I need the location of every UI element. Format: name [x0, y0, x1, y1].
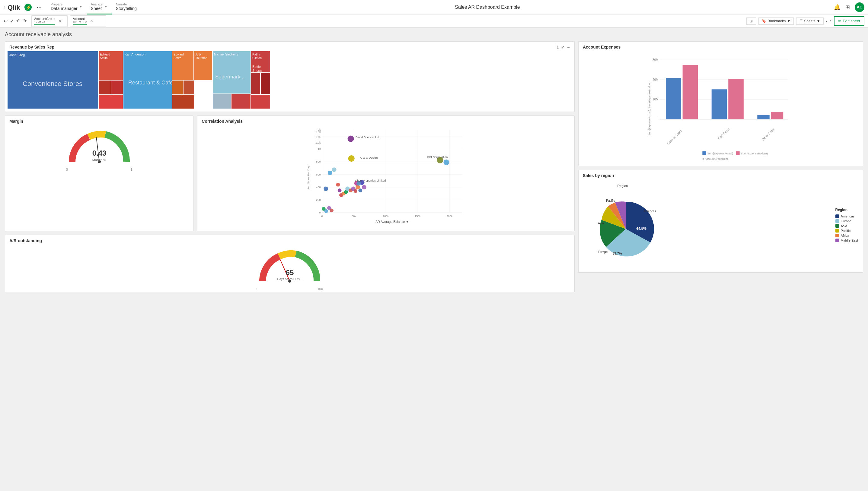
- expenses-panel: Account Expenses Sum(ExpenseActual), Sum…: [578, 41, 863, 166]
- treemap-cell-red2[interactable]: [231, 94, 251, 109]
- legend-item-europe: Europe: [835, 219, 858, 223]
- account-group-filter-sub: 17 of 23: [34, 21, 55, 24]
- sales-region-panel-header: Sales by region: [579, 170, 863, 180]
- revenue-info-icon[interactable]: ℹ: [557, 45, 559, 50]
- sheets-label: Sheets: [804, 19, 815, 23]
- treemap-cell-kathy4[interactable]: [251, 95, 270, 109]
- svg-text:RFI Corporation: RFI Corporation: [427, 155, 448, 158]
- svg-text:Avg Sales Per Day: Avg Sales Per Day: [307, 166, 310, 190]
- svg-text:1.2k: 1.2k: [315, 141, 321, 144]
- svg-text:⚡: ⚡: [26, 5, 32, 10]
- narrate-label: Narrate: [116, 2, 137, 6]
- svg-text:Pacific: Pacific: [606, 199, 615, 202]
- notifications-icon[interactable]: 🔔: [834, 4, 841, 10]
- svg-rect-99: [702, 151, 706, 155]
- ar-max-label: 100: [317, 287, 323, 291]
- svg-text:General Costs: General Costs: [666, 129, 682, 145]
- svg-text:0.43: 0.43: [92, 149, 106, 157]
- undo-icon[interactable]: ↩: [4, 18, 7, 24]
- svg-rect-101: [736, 151, 740, 155]
- treemap-cell-edward4[interactable]: [99, 95, 123, 109]
- svg-text:Kathy: Kathy: [252, 53, 260, 56]
- treemap-cell-edward2[interactable]: [99, 81, 111, 94]
- legend-item-middle-east: Middle East: [835, 238, 858, 242]
- legend-label-europe: Europe: [841, 219, 851, 223]
- legend-dot-europe: [835, 219, 839, 223]
- filter-bar: ↩ ⤢ ↶ ↷ AccountGroup 17 of 23 ✕ Account …: [0, 15, 868, 28]
- svg-text:Restaurant & Cafes: Restaurant & Cafes: [128, 80, 176, 86]
- ar-gauge-labels: 0 100: [256, 287, 323, 291]
- margin-title: Margin: [9, 119, 189, 124]
- grid-view-button[interactable]: ⊞: [746, 18, 756, 25]
- correlation-panel-header: Correlation Analysis: [197, 116, 575, 125]
- margin-panel-header: Margin: [5, 116, 193, 125]
- svg-point-68: [362, 185, 366, 190]
- filter-right-actions: ⊞ 🔖 Bookmarks ▼ ☰ Sheets ▼ ‹ › ✏ Edit sh…: [746, 16, 864, 26]
- svg-text:Margin %: Margin %: [92, 158, 106, 162]
- treemap-cell-michael2[interactable]: [213, 94, 231, 109]
- next-sheet-button[interactable]: ›: [830, 19, 832, 24]
- treemap-cell-kathy2[interactable]: [251, 73, 260, 94]
- legend-item-americas: Americas: [835, 214, 858, 218]
- svg-text:Sifton Properties Limited: Sifton Properties Limited: [355, 179, 386, 182]
- svg-text:600: 600: [316, 173, 321, 176]
- grid-icon[interactable]: ⊞: [845, 4, 850, 10]
- correlation-svg: Avg Sales Per Day: [200, 127, 572, 229]
- analyze-arrow-icon: ▼: [105, 5, 107, 8]
- svg-text:Sum(ExpenseActual), Sum(Expens: Sum(ExpenseActual), Sum(ExpenseBudget): [648, 81, 651, 136]
- prepare-nav-item[interactable]: Prepare Data manager ▼: [47, 0, 87, 15]
- svg-point-55: [336, 183, 340, 187]
- svg-point-71: [348, 136, 354, 142]
- analyze-nav-item[interactable]: Analyze Sheet ▼: [87, 0, 112, 15]
- prepare-label: Prepare: [51, 2, 78, 6]
- treemap-cell-michael[interactable]: [213, 51, 251, 93]
- treemap-cell-orange4[interactable]: [172, 95, 194, 109]
- sales-region-title: Sales by region: [583, 173, 859, 178]
- svg-text:1k: 1k: [318, 147, 321, 150]
- filter-icons-group: ↩ ⤢ ↶ ↷: [4, 18, 27, 24]
- prev-sheet-button[interactable]: ‹: [826, 19, 828, 24]
- revenue-panel-header: Revenue by Sales Rep ℹ ⤢ ···: [5, 41, 575, 51]
- legend-dot-asia: [835, 224, 839, 228]
- svg-point-53: [328, 171, 332, 175]
- sheets-button[interactable]: ☰ Sheets ▼: [796, 18, 823, 25]
- sheets-icon: ☰: [800, 19, 803, 23]
- svg-text:1.4k: 1.4k: [315, 136, 321, 139]
- svg-text:200k: 200k: [447, 214, 453, 218]
- margin-panel: Margin: [5, 116, 193, 231]
- revenue-more-icon[interactable]: ···: [567, 45, 570, 50]
- treemap-cell-edward3[interactable]: [111, 81, 123, 94]
- legend-label-middle-east: Middle East: [841, 238, 858, 242]
- treemap-cell-kathy3[interactable]: [261, 73, 270, 94]
- expand-icon[interactable]: ⤢: [10, 18, 14, 24]
- svg-text:Edward: Edward: [100, 53, 110, 56]
- account-filter-sub: 101 of 103: [73, 21, 87, 24]
- account-filter[interactable]: Account 101 of 103 ✕: [70, 16, 106, 27]
- back-icon[interactable]: ↶: [16, 18, 20, 24]
- legend-label-asia: Asia: [841, 224, 847, 228]
- account-group-filter-close[interactable]: ✕: [58, 19, 62, 23]
- qlik-logo: Qlik ⚡: [7, 3, 32, 11]
- prepare-arrow-icon: ▼: [79, 5, 82, 8]
- narrate-nav-item[interactable]: Narrate Storytelling: [112, 0, 141, 15]
- revenue-expand-icon[interactable]: ⤢: [561, 45, 564, 50]
- back-button[interactable]: ‹: [4, 4, 5, 10]
- svg-text:800: 800: [316, 160, 321, 163]
- more-options-icon[interactable]: ···: [36, 4, 41, 10]
- svg-text:Judy: Judy: [195, 53, 202, 56]
- treemap-cell-orange2[interactable]: [172, 81, 183, 94]
- svg-text:Sum(ExpenseBudget): Sum(ExpenseBudget): [741, 152, 768, 155]
- user-avatar[interactable]: AC: [855, 2, 864, 12]
- svg-text:Convenience Stores: Convenience Stores: [23, 80, 82, 87]
- account-filter-close[interactable]: ✕: [90, 19, 93, 23]
- svg-text:Clinton: Clinton: [252, 56, 262, 60]
- edit-sheet-button[interactable]: ✏ Edit sheet: [834, 16, 864, 26]
- treemap-cell-orange3[interactable]: [184, 81, 194, 94]
- bookmarks-label: Bookmarks: [767, 19, 786, 23]
- svg-text:Shops: Shops: [252, 69, 262, 73]
- bookmarks-button[interactable]: 🔖 Bookmarks ▼: [758, 18, 794, 25]
- account-group-filter[interactable]: AccountGroup 17 of 23 ✕: [31, 16, 67, 27]
- svg-text:10M: 10M: [652, 98, 659, 101]
- forward-icon[interactable]: ↷: [23, 18, 27, 24]
- expenses-svg: Sum(ExpenseActual), Sum(ExpenseBudget) 3…: [583, 54, 858, 164]
